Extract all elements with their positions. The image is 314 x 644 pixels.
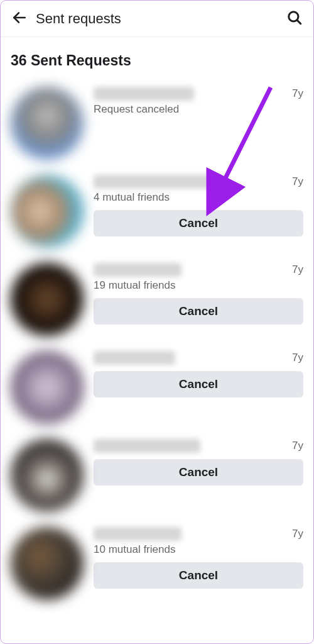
request-header-row: 7y — [94, 351, 303, 365]
request-header-row: 7y — [94, 527, 303, 541]
avatar[interactable] — [11, 175, 84, 248]
sent-requests-list: 7y Request canceled 7y 4 mutual friends … — [1, 79, 313, 608]
request-content: 7y Cancel — [94, 439, 303, 486]
request-item: 7y Cancel — [11, 431, 303, 519]
request-content: 7y 19 mutual friends Cancel — [94, 263, 303, 325]
mutual-friends: 19 mutual friends — [94, 279, 303, 292]
avatar[interactable] — [11, 351, 84, 424]
request-time: 7y — [292, 352, 303, 364]
user-name[interactable] — [94, 87, 194, 101]
request-time: 7y — [292, 175, 303, 188]
request-time: 7y — [292, 87, 303, 100]
user-name[interactable] — [94, 175, 219, 189]
request-item: 7y 19 mutual friends Cancel — [11, 255, 303, 343]
request-item: 7y 4 mutual friends Cancel — [11, 167, 303, 255]
header-bar: Sent requests — [1, 1, 313, 37]
avatar[interactable] — [11, 87, 84, 160]
user-name[interactable] — [94, 439, 200, 453]
cancel-button[interactable]: Cancel — [94, 371, 303, 397]
request-content: 7y 4 mutual friends Cancel — [94, 175, 303, 236]
page-title: 36 Sent Requests — [1, 37, 313, 79]
request-item: 7y Cancel — [11, 343, 303, 431]
request-item: 7y 10 mutual friends Cancel — [11, 519, 303, 608]
user-name[interactable] — [94, 263, 181, 277]
header-title: Sent requests — [36, 11, 284, 27]
user-name[interactable] — [94, 351, 175, 365]
request-item: 7y Request canceled — [11, 79, 303, 167]
mutual-friends: 4 mutual friends — [94, 191, 303, 204]
svg-line-2 — [297, 19, 301, 23]
request-content: 7y Cancel — [94, 351, 303, 397]
avatar[interactable] — [11, 439, 84, 512]
request-header-row: 7y — [94, 439, 303, 453]
request-content: 7y 10 mutual friends Cancel — [94, 527, 303, 589]
search-button[interactable] — [284, 9, 305, 29]
arrow-left-icon — [11, 9, 28, 28]
request-header-row: 7y — [94, 175, 303, 189]
user-name[interactable] — [94, 527, 181, 541]
request-time: 7y — [292, 440, 303, 452]
request-header-row: 7y — [94, 87, 303, 101]
avatar[interactable] — [11, 263, 84, 336]
cancel-button[interactable]: Cancel — [94, 459, 303, 486]
cancel-button[interactable]: Cancel — [94, 298, 303, 325]
avatar[interactable] — [11, 527, 84, 600]
search-icon — [286, 9, 303, 28]
request-time: 7y — [292, 264, 303, 276]
request-time: 7y — [292, 528, 303, 540]
back-button[interactable] — [9, 9, 30, 29]
request-header-row: 7y — [94, 263, 303, 277]
cancel-button[interactable]: Cancel — [94, 210, 303, 236]
cancel-button[interactable]: Cancel — [94, 562, 303, 589]
request-content: 7y Request canceled — [94, 87, 303, 116]
mutual-friends: 10 mutual friends — [94, 543, 303, 556]
request-status: Request canceled — [94, 103, 303, 116]
